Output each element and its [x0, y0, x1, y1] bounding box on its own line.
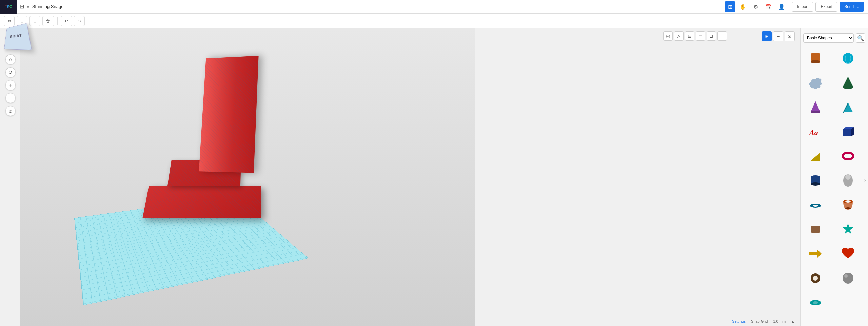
snap-grid-label: Snap Grid — [751, 319, 768, 323]
svg-point-22 — [845, 174, 851, 180]
import-button[interactable]: Import — [792, 2, 813, 12]
undo-icon: ↩ — [65, 19, 68, 23]
shapes-panel: Basic Shapes 🔍 — [800, 28, 868, 326]
select-tool-button[interactable]: ◎ — [663, 31, 673, 41]
shape-sphere[interactable] — [836, 47, 860, 69]
home-view-button[interactable]: ⌂ — [5, 54, 16, 64]
send-to-button[interactable]: Send To — [840, 2, 864, 12]
shape-cone[interactable] — [803, 96, 828, 118]
viewport-toolbar: ◎ ◬ ⊟ ≡ ⊿ ∥ — [20, 28, 732, 43]
app-menu-button[interactable]: ⊞ — [20, 3, 24, 10]
3d-object[interactable] — [129, 62, 292, 239]
light-tool-button[interactable]: ◬ — [674, 31, 684, 41]
user-icon[interactable]: 👤 — [776, 1, 787, 12]
duplicate-icon: ⊟ — [33, 19, 37, 23]
tab-schematic-view[interactable]: ⌐ — [773, 31, 783, 41]
svg-marker-16 — [811, 153, 820, 161]
flip-tool-button[interactable]: ∥ — [717, 31, 727, 41]
shape-text[interactable]: Aa — [803, 121, 828, 142]
search-icon: 🔍 — [857, 35, 864, 41]
topbar-right-icons: ⊞ ✋ ⚙ 📅 👤 Import Export Send To — [725, 0, 868, 14]
3d-viewport[interactable] — [20, 28, 475, 326]
shape-arrow[interactable] — [803, 243, 828, 265]
hand-tool-icon[interactable]: ✋ — [737, 1, 748, 12]
zoom-out-button[interactable]: − — [5, 93, 16, 103]
shape-tube[interactable] — [836, 194, 860, 216]
svg-rect-12 — [843, 129, 851, 136]
shape-star[interactable] — [836, 218, 860, 240]
svg-point-26 — [845, 200, 851, 203]
shape-scribble[interactable] — [803, 72, 828, 94]
shape-donut[interactable] — [803, 267, 828, 289]
search-button[interactable]: 🔍 — [856, 33, 865, 43]
shapes-scroll-arrow[interactable]: › — [864, 177, 866, 184]
undo-button[interactable]: ↩ — [61, 16, 72, 26]
tab-code-view[interactable]: ✉ — [785, 31, 795, 41]
shapes-category-dropdown[interactable]: Basic Shapes — [803, 33, 854, 43]
toolbar-separator — [57, 17, 58, 25]
snap-tool-button[interactable]: ⊟ — [685, 31, 694, 41]
snap-grid-value: 1.0 mm — [773, 319, 786, 323]
mirror-tool-button[interactable]: ⊿ — [707, 31, 716, 41]
shape-wedge[interactable] — [803, 145, 828, 167]
duplicate-button[interactable]: ⊟ — [29, 16, 40, 26]
settings-link[interactable]: Settings — [732, 319, 746, 323]
texture-overlay-base — [143, 186, 261, 218]
calendar-icon[interactable]: 📅 — [763, 1, 774, 12]
svg-marker-29 — [843, 223, 853, 234]
svg-point-2 — [811, 60, 820, 63]
export-button[interactable]: Export — [815, 2, 837, 12]
align-tool-button[interactable]: ≡ — [696, 31, 705, 41]
grid-view-icon[interactable]: ⊞ — [725, 1, 735, 12]
shape-cylinder2[interactable] — [803, 170, 828, 191]
svg-point-20 — [811, 182, 820, 186]
shape-cone2[interactable] — [836, 170, 860, 191]
shape-diamond[interactable] — [803, 292, 828, 313]
redo-icon: ↪ — [78, 19, 81, 23]
shape-ring[interactable] — [803, 194, 828, 216]
zoom-in-button[interactable]: + — [5, 80, 16, 90]
status-bar: Settings Snap Grid 1.0 mm ▲ — [732, 317, 800, 326]
viewport-controls: ⌂ ↺ + − ⊚ — [5, 54, 16, 116]
delete-icon: 🗑 — [46, 19, 50, 23]
shapes-grid: Aa — [801, 45, 868, 316]
shape-heart[interactable] — [836, 243, 860, 265]
red-base — [143, 186, 261, 218]
copy-icon: ⧉ — [8, 19, 11, 23]
redo-button[interactable]: ↪ — [74, 16, 85, 26]
svg-point-8 — [811, 111, 820, 113]
build-tool-icon[interactable]: ⚙ — [750, 1, 761, 12]
shape-pyramid[interactable] — [836, 72, 860, 94]
svg-rect-28 — [811, 226, 820, 233]
topbar: TKC ⊞ ● Stunning Snaget ⊞ ✋ ⚙ 📅 👤 Import… — [0, 0, 868, 14]
zoom-fit-button[interactable]: ⊚ — [5, 106, 16, 116]
shape-box2[interactable] — [803, 218, 828, 240]
shape-cylinder[interactable] — [803, 47, 828, 69]
document-title[interactable]: Stunning Snaget — [32, 4, 65, 9]
svg-point-33 — [843, 273, 853, 284]
svg-marker-6 — [843, 77, 853, 89]
shape-torus[interactable] — [836, 145, 860, 167]
svg-point-17 — [843, 153, 853, 159]
app-name: ● — [27, 4, 29, 9]
texture-overlay-back — [199, 56, 259, 173]
orbit-button[interactable]: ↺ — [5, 67, 16, 77]
view-tabs: ⊞ ⌐ ✉ — [762, 28, 800, 43]
toolbar: ⧉ ⊡ ⊟ 🗑 ↩ ↪ — [0, 14, 868, 28]
svg-marker-30 — [809, 250, 822, 258]
svg-marker-7 — [811, 101, 820, 112]
expand-icon[interactable]: ▲ — [791, 319, 795, 323]
svg-point-24 — [813, 205, 818, 207]
tab-3d-view[interactable]: ⊞ — [762, 31, 772, 41]
shape-prism[interactable] — [836, 96, 860, 118]
svg-text:Aa: Aa — [809, 128, 818, 137]
paste-icon: ⊡ — [20, 19, 24, 23]
shapes-search-bar: Basic Shapes 🔍 — [801, 31, 868, 45]
shape-sphere2[interactable] — [836, 267, 860, 289]
logo: TKC — [0, 0, 17, 14]
svg-point-34 — [844, 274, 848, 278]
svg-point-32 — [813, 276, 818, 281]
delete-button[interactable]: 🗑 — [42, 16, 54, 26]
svg-point-36 — [813, 301, 818, 304]
shape-box[interactable] — [836, 121, 860, 142]
